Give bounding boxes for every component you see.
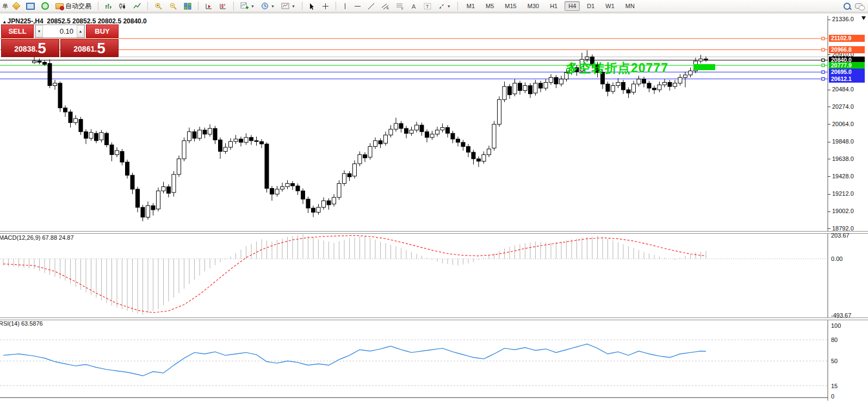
- price-tick: [828, 142, 830, 142]
- caret-icon: ▼: [251, 4, 255, 8]
- volume-field[interactable]: 0.10: [43, 25, 77, 38]
- zoom-in-button[interactable]: [153, 2, 164, 10]
- volume-down-button[interactable]: ▼: [35, 25, 43, 38]
- new-order-icon[interactable]: [11, 2, 21, 10]
- rsi-axis-label: 80: [831, 337, 838, 343]
- volume-stepper: ▼ 0.10 ▲: [35, 24, 85, 38]
- price-tick-label: 19002.0: [832, 208, 854, 214]
- cut-button-label[interactable]: 单: [2, 2, 8, 10]
- timeframe-d1[interactable]: D1: [583, 1, 598, 11]
- text-tool[interactable]: A: [409, 2, 419, 10]
- rsi-axis-label: 100: [831, 322, 841, 329]
- main-toolbar: 单 自动交易 ▼ ▼ ▼ E F A T ▼ M1: [0, 0, 868, 13]
- timeframe-m5[interactable]: M5: [482, 1, 498, 11]
- toolbar-separator: [198, 2, 199, 10]
- vertical-line-tool[interactable]: [341, 2, 349, 10]
- text-label-tool[interactable]: T: [422, 2, 433, 10]
- toolbar-separator: [457, 2, 458, 10]
- channel-tool[interactable]: E: [380, 2, 391, 10]
- price-tick: [828, 20, 830, 20]
- rsi-panel: [0, 340, 828, 386]
- periods-button[interactable]: ▼: [259, 2, 276, 10]
- arrows-tool[interactable]: ▼: [436, 2, 452, 10]
- macd-label: MACD(12,26,9) 67.88 24.87: [0, 234, 74, 241]
- time-axis-line: [0, 397, 828, 398]
- signal-icon[interactable]: [40, 2, 51, 10]
- price-tick: [828, 54, 830, 55]
- volume-up-button[interactable]: ▲: [77, 25, 84, 38]
- fibonacci-tool[interactable]: F: [394, 2, 406, 10]
- price-tick: [828, 211, 830, 212]
- svg-text:E: E: [387, 7, 389, 10]
- price-line-label[interactable]: 20695.0: [829, 68, 865, 76]
- templates-button[interactable]: ▼: [280, 2, 297, 10]
- main-panel: [0, 39, 828, 221]
- toolbar-separator: [147, 2, 148, 10]
- timeframe-m15[interactable]: M15: [501, 1, 520, 11]
- chart-window: ▴JPN225-,H4 20852.5 20852.5 20802.5 2084…: [0, 13, 868, 411]
- price-line-label[interactable]: 20777.9: [829, 62, 865, 69]
- trendline-tool[interactable]: [366, 2, 376, 10]
- price-tick: [828, 159, 830, 159]
- sell-button[interactable]: SELL: [1, 24, 34, 38]
- crosshair-tool[interactable]: [320, 2, 331, 10]
- price-line-label[interactable]: 21102.9: [829, 35, 865, 42]
- price-tick-label: 18792.0: [832, 225, 854, 232]
- panel-separator[interactable]: [0, 231, 868, 234]
- autotrade-label: 自动交易: [65, 2, 91, 11]
- annotation-text[interactable]: 多空转折点20777: [566, 60, 668, 77]
- timeframe-h4[interactable]: H4: [565, 1, 580, 11]
- macd-axis-label: 203.67: [831, 232, 850, 239]
- price-tick-label: 19428.0: [832, 173, 854, 179]
- chat-icon[interactable]: [855, 3, 863, 9]
- horizontal-line-tool[interactable]: [352, 3, 363, 9]
- broadcast-icon: [41, 2, 49, 10]
- rsi-axis-label: 15: [831, 383, 838, 389]
- price-tick-label: 19212.0: [832, 190, 854, 197]
- toolbar-separator: [98, 2, 98, 10]
- price-tick-label: 19848.0: [832, 138, 854, 145]
- tile-windows-button[interactable]: [182, 2, 193, 10]
- bar-chart-button[interactable]: [103, 2, 114, 10]
- diamond-icon: [12, 2, 20, 10]
- price-tick: [828, 194, 830, 195]
- shift-end-button[interactable]: [203, 2, 214, 10]
- caret-icon: ▼: [292, 4, 295, 8]
- price-tick: [828, 107, 830, 107]
- market-watch-icon[interactable]: [24, 2, 36, 10]
- timeframe-h1[interactable]: H1: [546, 1, 561, 11]
- price-tick: [828, 176, 830, 177]
- add-indicator-button[interactable]: ▼: [239, 2, 256, 10]
- price-tick: [828, 228, 830, 229]
- timeframe-m1[interactable]: M1: [463, 1, 479, 11]
- one-click-trade-panel: SELL ▼ 0.10 ▲ BUY 20838.5 20861.5: [1, 24, 119, 57]
- buy-button[interactable]: BUY: [86, 24, 119, 38]
- line-chart-button[interactable]: [132, 2, 142, 10]
- candle-chart-button[interactable]: [117, 2, 128, 10]
- macd-axis-label: -493.67: [831, 312, 851, 319]
- caret-icon: ▼: [447, 4, 451, 8]
- toolbar-separator: [302, 2, 302, 10]
- timeframe-m30[interactable]: M30: [524, 1, 543, 11]
- zoom-out-button[interactable]: [168, 2, 179, 10]
- price-tick-label: 20064.0: [832, 121, 854, 127]
- chart-plot[interactable]: [0, 14, 868, 411]
- sell-price-box[interactable]: 20838.5: [1, 39, 59, 57]
- cursor-tool[interactable]: [307, 2, 317, 10]
- buy-price-box[interactable]: 20861.5: [60, 39, 119, 57]
- auto-scroll-button[interactable]: [218, 2, 228, 10]
- rsi-axis-label: 0: [831, 393, 834, 400]
- timeframe-mn[interactable]: MN: [622, 1, 638, 11]
- macd-panel: [0, 234, 828, 315]
- timeframe-w1[interactable]: W1: [602, 1, 618, 11]
- macd-axis-label: 0.00: [831, 256, 842, 262]
- price-line-label[interactable]: 20966.8: [829, 46, 865, 53]
- panel-separator[interactable]: [0, 317, 868, 320]
- toolbar-separator: [336, 2, 336, 10]
- autotrade-button[interactable]: 自动交易: [54, 1, 93, 11]
- search-icon[interactable]: [844, 3, 851, 10]
- svg-text:F: F: [401, 7, 404, 10]
- scroll-marker-icon: [861, 16, 866, 20]
- mt4-terminal: 单 自动交易 ▼ ▼ ▼ E F A T ▼ M1: [0, 0, 868, 411]
- price-line-label[interactable]: 20612.1: [829, 76, 865, 83]
